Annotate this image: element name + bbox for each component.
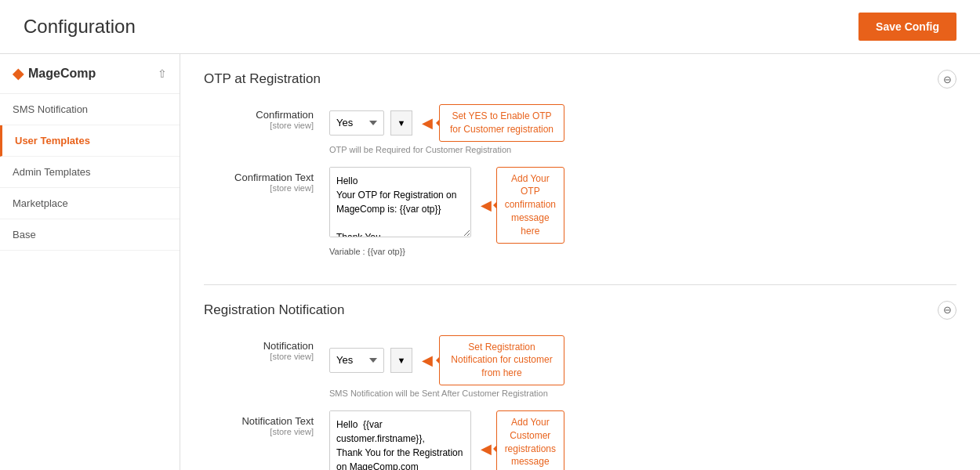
sidebar-item-admin-templates[interactable]: Admin Templates [0,157,180,188]
sidebar-item-sms-notification[interactable]: SMS Notification [0,94,180,125]
page-title: Configuration [24,16,136,38]
confirmation-select[interactable]: Yes No [329,110,384,136]
sidebar-item-label: SMS Notification [13,103,88,115]
notification-text-callout: Add Your Customer registrations message … [496,410,564,470]
sidebar-item-label: Admin Templates [13,166,90,178]
confirmation-callout: Set YES to Enable OTP for Customer regis… [439,104,564,142]
sidebar-item-label: Marketplace [13,197,68,209]
otp-section-header: OTP at Registration ⊖ [204,70,956,89]
notification-text-row: Notification Text [store view] Hello {{v… [204,410,956,470]
sidebar-item-user-templates[interactable]: User Templates [0,125,180,157]
notification-text-label-group: Notification Text [store view] [204,410,314,436]
content-area: OTP at Registration ⊖ Confirmation [stor… [180,54,980,470]
confirmation-text-label-group: Confirmation Text [store view] [204,167,314,193]
confirmation-store-view: [store view] [204,121,314,130]
notification-label: Notification [204,340,314,352]
notification-hint: SMS Notification will be Sent After Cust… [329,389,564,398]
logo-text: MageComp [28,67,96,81]
registration-section-header: Registration Notification ⊖ [204,301,956,320]
otp-section: OTP at Registration ⊖ Confirmation [stor… [204,54,956,285]
sidebar-item-label: Base [13,229,36,240]
notification-text-textarea[interactable]: Hello {{var customer.firstname}}, Thank … [329,410,471,470]
confirmation-hint: OTP will be Required for Customer Regist… [329,145,564,154]
confirmation-label: Confirmation [204,109,314,121]
confirmation-text-store-view: [store view] [204,183,314,193]
logo-icon: ◆ [13,65,24,82]
notification-label-group: Notification [store view] [204,335,314,361]
confirmation-text-textarea[interactable]: Hello Your OTP for Registration on MageC… [329,167,471,237]
notification-select-arrow[interactable]: ▼ [390,348,412,373]
notification-text-label: Notification Text [204,415,314,427]
registration-section-title: Registration Notification [204,302,345,318]
otp-section-title: OTP at Registration [204,71,321,87]
otp-collapse-button[interactable]: ⊖ [938,70,956,89]
confirmation-select-arrow[interactable]: ▼ [390,110,412,136]
notification-text-store-view: [store view] [204,427,314,436]
sidebar-item-base[interactable]: Base [0,219,180,251]
confirmation-text-control: Hello Your OTP for Registration on MageC… [329,167,564,256]
page-header: Configuration Save Config [0,0,980,54]
notification-callout: Set Registration Notification for custom… [439,335,564,385]
notification-text-callout-group: ◀ Add Your Customer registrations messag… [477,410,564,470]
confirmation-label-group: Confirmation [store view] [204,104,314,130]
confirmation-text-row: Confirmation Text [store view] Hello You… [204,167,956,256]
chevron-up-icon[interactable]: ⇧ [158,67,167,80]
callout-arrow: ◀ [422,114,433,132]
notification-store-view: [store view] [204,352,314,361]
notification-row: Notification [store view] Yes No ▼ ◀ Set… [204,335,956,398]
sidebar-item-label: User Templates [15,135,90,146]
confirmation-text-callout: Add Your OTP confirmation message here [496,167,564,244]
callout-arrow-3: ◀ [422,352,433,369]
main-layout: ◆ MageComp ⇧ SMS Notification User Templ… [0,54,980,470]
confirmation-row: Confirmation [store view] Yes No ▼ ◀ Set… [204,104,956,154]
confirmation-select-wrapper: Yes No ▼ ◀ Set YES to Enable OTP for Cus… [329,104,564,142]
registration-section: Registration Notification ⊖ Notification… [204,285,956,470]
confirmation-text-callout-group: ◀ Add Your OTP confirmation message here [477,167,564,244]
confirmation-text-label: Confirmation Text [204,172,314,183]
otp-variable-text: Variable : {{var otp}} [329,247,564,256]
notification-select-wrapper: Yes No ▼ ◀ Set Registration Notification… [329,335,564,385]
registration-collapse-button[interactable]: ⊖ [938,301,956,320]
sidebar: ◆ MageComp ⇧ SMS Notification User Templ… [0,54,180,470]
notification-select[interactable]: Yes No [329,348,384,373]
save-config-button[interactable]: Save Config [858,13,956,41]
logo: ◆ MageComp [13,65,96,82]
notification-text-control: Hello {{var customer.firstname}}, Thank … [329,410,564,470]
sidebar-item-marketplace[interactable]: Marketplace [0,188,180,219]
confirmation-control: Yes No ▼ ◀ Set YES to Enable OTP for Cus… [329,104,564,154]
sidebar-logo: ◆ MageComp ⇧ [0,54,180,94]
notification-control: Yes No ▼ ◀ Set Registration Notification… [329,335,564,398]
